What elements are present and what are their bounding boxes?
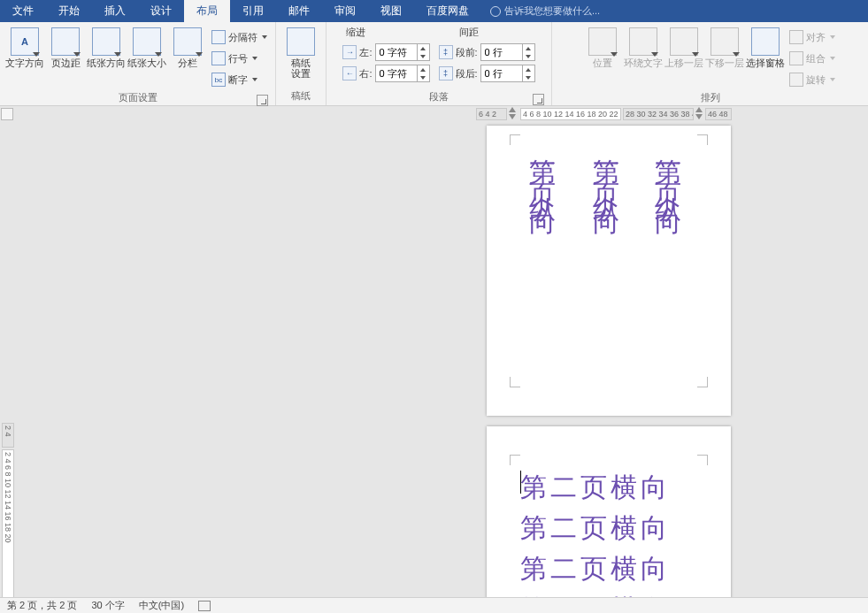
size-label: 纸张大小 [127, 57, 166, 68]
crop-mark [697, 377, 708, 387]
tab-design[interactable]: 设计 [138, 0, 184, 22]
ruler-vertical[interactable]: 2 4 2 4 6 8 10 12 14 16 18 20 [2, 122, 16, 597]
ribbon: A 文字方向 页边距 纸张方向 纸张大小 分栏 [0, 22, 868, 106]
orientation-label: 纸张方向 [87, 57, 126, 68]
tab-insert[interactable]: 插入 [92, 0, 138, 22]
tab-file[interactable]: 文件 [0, 0, 46, 22]
wrap-text-label: 环绕文字 [624, 57, 663, 68]
tab-references[interactable]: 引用 [230, 0, 276, 22]
columns-button[interactable]: 分栏 [168, 26, 207, 68]
spacing-before-label: 段前: [456, 46, 478, 59]
rotate-icon [789, 73, 803, 87]
spacing-after-spinner[interactable] [480, 65, 535, 82]
align-icon [789, 30, 803, 44]
status-language[interactable]: 中文(中国) [139, 599, 184, 612]
spin-up[interactable] [523, 65, 534, 73]
indent-right-field[interactable]: ← 右: [342, 64, 429, 83]
spin-down[interactable] [523, 52, 534, 60]
spacing-after-field[interactable]: ‡ 段后: [439, 64, 535, 83]
group-icon [789, 51, 803, 65]
breaks-button[interactable]: 分隔符 [209, 27, 270, 47]
indent-right-input[interactable] [376, 65, 417, 81]
indent-left-spinner[interactable] [375, 43, 430, 61]
tab-layout[interactable]: 布局 [184, 0, 230, 22]
send-backward-label: 下移一层 [705, 57, 744, 68]
manuscript-label: 稿纸 设置 [291, 57, 311, 79]
group-label: 组合 [806, 52, 826, 65]
margins-icon [51, 27, 80, 56]
spacing-after-input[interactable] [481, 65, 522, 81]
spin-down[interactable] [523, 73, 534, 81]
group-manuscript: 稿纸 设置 稿纸 [276, 22, 326, 105]
bring-forward-label: 上移一层 [664, 57, 703, 68]
spin-up[interactable] [418, 65, 429, 73]
caret-icon [262, 35, 267, 39]
crop-mark [510, 455, 520, 465]
tab-review[interactable]: 审阅 [322, 0, 368, 22]
caret-icon [252, 78, 257, 81]
page-2[interactable]: 第二页横向 第二页横向 第二页横向 第二页横向 [487, 426, 731, 597]
indent-left-field[interactable]: → 左: [342, 42, 429, 62]
vruler-main: 2 4 6 8 10 12 14 16 18 20 [2, 449, 14, 597]
spacing-before-input[interactable] [481, 44, 522, 60]
spin-down[interactable] [418, 73, 429, 81]
margins-button[interactable]: 页边距 [46, 26, 85, 68]
document-area[interactable]: 2 4 2 4 6 8 10 12 14 16 18 20 第一页纵向 第一页纵… [0, 122, 868, 597]
spin-down[interactable] [418, 52, 429, 60]
indent-right-spinner[interactable] [375, 65, 430, 82]
send-backward-button: 下移一层 [705, 26, 744, 68]
tell-me-box[interactable]: 告诉我您想要做什么... [481, 0, 609, 22]
wrap-text-icon [629, 27, 657, 56]
crop-mark [510, 134, 520, 145]
crop-mark [697, 455, 708, 465]
hyphenation-button[interactable]: bc 断字 [209, 70, 270, 89]
indent-marker-right[interactable] [695, 107, 703, 114]
page2-line-2: 第二页横向 [520, 508, 671, 548]
tab-baidu[interactable]: 百度网盘 [414, 0, 481, 22]
position-label: 位置 [593, 57, 612, 68]
page-1[interactable]: 第一页纵向 第一页纵向 第一页纵向 [487, 126, 731, 416]
spin-up[interactable] [418, 44, 429, 52]
tab-view[interactable]: 视图 [368, 0, 414, 22]
vruler-shade-top: 2 4 [2, 423, 14, 448]
title-tab-bar: 文件 开始 插入 设计 布局 引用 邮件 审阅 视图 百度网盘 告诉我您想要做什… [0, 0, 868, 22]
spacing-before-spinner[interactable] [480, 43, 535, 61]
caret-icon [830, 57, 835, 60]
align-label: 对齐 [806, 31, 826, 44]
line-numbers-icon [211, 51, 226, 65]
indent-marker[interactable] [509, 107, 517, 114]
indent-left-icon: → [342, 45, 357, 59]
page-setup-dialog-launcher[interactable] [5, 95, 270, 106]
caret-icon [830, 78, 835, 81]
orientation-button[interactable]: 纸张方向 [87, 26, 126, 68]
ruler-horizontal[interactable]: 6 4 2 4 6 8 10 12 14 16 18 20 22 24 28 3… [0, 106, 868, 122]
page2-line-4: 第二页横向 [520, 589, 671, 597]
ruler-corner[interactable] [1, 108, 13, 120]
text-direction-button[interactable]: A 文字方向 [5, 26, 44, 68]
tab-home[interactable]: 开始 [46, 0, 92, 22]
selection-pane-icon [751, 27, 780, 56]
bring-forward-icon [670, 27, 698, 56]
spacing-before-field[interactable]: ‡ 段前: [439, 42, 535, 62]
manuscript-group-label: 稿纸 [281, 88, 320, 105]
wrap-text-button: 环绕文字 [624, 26, 663, 68]
group-paragraph: 缩进 间距 → 左: ← 右: [326, 22, 552, 105]
ruler-main: 4 6 8 10 12 14 16 18 20 22 24 [520, 108, 621, 120]
tab-mailings[interactable]: 邮件 [276, 0, 322, 22]
indent-left-input[interactable] [376, 44, 417, 60]
status-macro-icon[interactable] [198, 601, 211, 611]
status-page[interactable]: 第 2 页，共 2 页 [7, 599, 77, 612]
caret-icon [830, 35, 835, 39]
size-button[interactable]: 纸张大小 [127, 26, 166, 68]
paragraph-dialog-launcher[interactable] [332, 94, 546, 105]
line-numbers-button[interactable]: 行号 [209, 49, 270, 68]
columns-label: 分栏 [178, 57, 197, 68]
tell-me-placeholder: 告诉我您想要做什么... [504, 4, 600, 18]
selection-pane-button[interactable]: 选择窗格 [746, 26, 785, 68]
spin-up[interactable] [523, 44, 534, 52]
selection-pane-label: 选择窗格 [746, 57, 785, 68]
crop-mark [510, 377, 520, 387]
status-words[interactable]: 30 个字 [91, 599, 124, 612]
align-button: 对齐 [787, 27, 838, 47]
manuscript-settings-button[interactable]: 稿纸 设置 [281, 26, 320, 79]
